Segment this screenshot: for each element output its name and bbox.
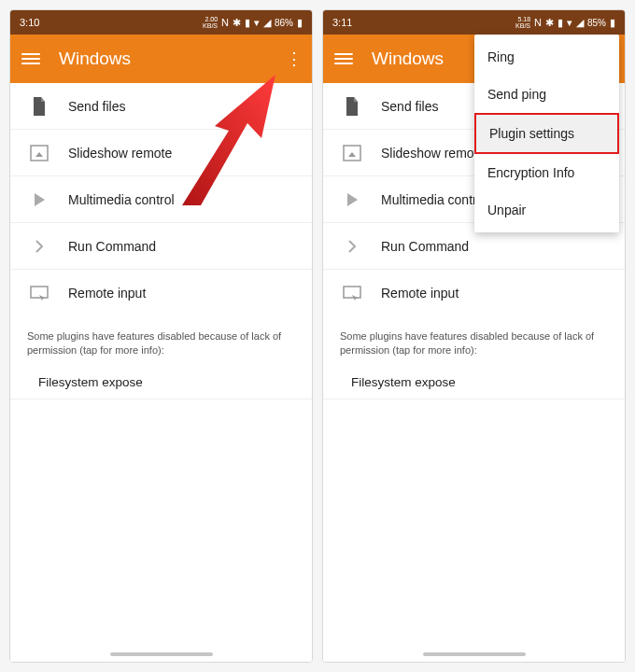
phone-right: 3:11 5.18KB/S N ✱ ▮ ▾ ◢ 85% ▮ Windows ⋮ … [322, 9, 626, 663]
file-icon [340, 96, 364, 117]
menu-ring[interactable]: Ring [474, 38, 619, 76]
row-remote-input[interactable]: Remote input [323, 270, 625, 316]
row-label: Run Command [381, 239, 469, 254]
play-icon [27, 189, 51, 210]
row-label: Remote input [68, 286, 146, 301]
chevron-right-icon [27, 236, 51, 257]
vibrate-icon: ▮ [245, 18, 250, 28]
phone-left: 3:10 2.00KB/S N ✱ ▮ ▾ ◢ 86% ▮ Windows ⋮ … [9, 9, 313, 663]
row-label: Slideshow remote [381, 146, 485, 161]
row-run-command[interactable]: Run Command [10, 223, 312, 270]
svg-rect-1 [31, 287, 48, 298]
menu-unpair[interactable]: Unpair [474, 191, 619, 229]
play-icon [340, 189, 364, 210]
signal-icon: ◢ [576, 18, 584, 28]
battery-icon: ▮ [610, 18, 615, 28]
file-icon [27, 96, 51, 117]
row-label: Send files [68, 99, 125, 114]
chevron-right-icon [340, 236, 364, 257]
permission-info[interactable]: Some plugins have features disabled beca… [10, 316, 312, 366]
row-slideshow[interactable]: Slideshow remote [10, 130, 312, 176]
row-label: Send files [381, 99, 438, 114]
menu-send-ping[interactable]: Send ping [474, 76, 619, 113]
row-label: Multimedia control [381, 192, 487, 207]
vibrate-icon: ▮ [557, 18, 563, 28]
menu-plugin-settings[interactable]: Plugin settings [474, 113, 619, 154]
status-bar: 3:11 5.18KB/S N ✱ ▮ ▾ ◢ 85% ▮ [323, 10, 625, 35]
battery-icon: ▮ [297, 18, 303, 28]
bluetooth-icon: ✱ [233, 18, 241, 28]
remote-input-icon [340, 283, 364, 303]
nfc-icon: N [221, 18, 229, 28]
wifi-icon: ▾ [567, 18, 572, 28]
home-indicator[interactable] [423, 652, 526, 656]
status-time: 3:10 [20, 17, 39, 28]
row-label: Slideshow remote [68, 146, 172, 161]
row-send-files[interactable]: Send files [10, 83, 312, 130]
nfc-icon: N [534, 18, 542, 28]
battery-text: 86% [275, 18, 293, 28]
overflow-menu: Ring Send ping Plugin settings Encryptio… [474, 35, 619, 232]
bluetooth-icon: ✱ [545, 18, 554, 28]
row-label: Multimedia control [68, 192, 175, 207]
status-bar: 3:10 2.00KB/S N ✱ ▮ ▾ ◢ 86% ▮ [10, 10, 312, 35]
menu-icon[interactable] [334, 50, 353, 67]
menu-encryption-info[interactable]: Encryption Info [474, 154, 619, 191]
disabled-plugin[interactable]: Filesystem expose [10, 366, 312, 399]
row-label: Remote input [381, 286, 459, 301]
row-label: Run Command [68, 239, 156, 254]
signal-icon: ◢ [263, 18, 271, 28]
svg-rect-3 [344, 287, 360, 298]
app-bar: Windows ⋮ [10, 35, 312, 83]
page-title: Windows [59, 49, 286, 69]
remote-input-icon [27, 283, 51, 303]
wifi-icon: ▾ [254, 18, 260, 28]
disabled-plugin[interactable]: Filesystem expose [323, 366, 625, 399]
more-icon[interactable]: ⋮ [286, 49, 301, 69]
plugin-list: Send files Slideshow remote Multimedia c… [10, 83, 312, 662]
slideshow-icon [27, 143, 51, 163]
status-time: 3:11 [332, 17, 352, 28]
status-icons: 5.18KB/S N ✱ ▮ ▾ ◢ 85% ▮ [515, 16, 615, 29]
menu-icon[interactable] [21, 50, 40, 67]
status-icons: 2.00KB/S N ✱ ▮ ▾ ◢ 86% ▮ [203, 16, 303, 29]
row-remote-input[interactable]: Remote input [10, 270, 312, 316]
battery-text: 85% [587, 18, 606, 28]
permission-info[interactable]: Some plugins have features disabled beca… [323, 316, 625, 366]
slideshow-icon [340, 143, 364, 163]
home-indicator[interactable] [110, 652, 213, 656]
row-multimedia[interactable]: Multimedia control [10, 176, 312, 223]
